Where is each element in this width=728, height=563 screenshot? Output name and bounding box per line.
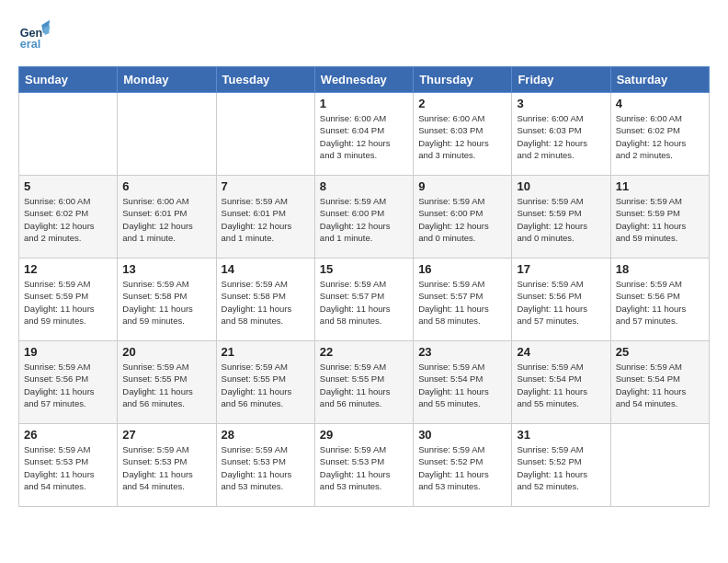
calendar-cell: 10Sunrise: 5:59 AM Sunset: 5:59 PM Dayli… xyxy=(512,176,610,259)
calendar-cell: 11Sunrise: 5:59 AM Sunset: 5:59 PM Dayli… xyxy=(610,176,709,259)
day-number: 21 xyxy=(222,345,310,359)
calendar-cell: 21Sunrise: 5:59 AM Sunset: 5:55 PM Dayli… xyxy=(216,341,314,424)
day-info: Sunrise: 5:59 AM Sunset: 5:52 PM Dayligh… xyxy=(418,443,506,492)
day-number: 31 xyxy=(517,428,605,442)
calendar-cell xyxy=(118,93,216,176)
calendar-cell: 24Sunrise: 5:59 AM Sunset: 5:54 PM Dayli… xyxy=(512,341,610,424)
day-info: Sunrise: 5:59 AM Sunset: 5:58 PM Dayligh… xyxy=(122,278,210,327)
calendar-week-row: 1Sunrise: 6:00 AM Sunset: 6:04 PM Daylig… xyxy=(19,93,710,176)
day-info: Sunrise: 5:59 AM Sunset: 5:59 PM Dayligh… xyxy=(24,278,112,327)
day-info: Sunrise: 5:59 AM Sunset: 5:53 PM Dayligh… xyxy=(24,443,112,492)
day-number: 28 xyxy=(222,428,310,442)
calendar-week-row: 12Sunrise: 5:59 AM Sunset: 5:59 PM Dayli… xyxy=(19,259,710,341)
day-info: Sunrise: 5:59 AM Sunset: 5:54 PM Dayligh… xyxy=(517,361,605,409)
column-header-monday: Monday xyxy=(118,67,216,93)
day-info: Sunrise: 5:59 AM Sunset: 5:54 PM Dayligh… xyxy=(616,361,704,409)
calendar-cell: 14Sunrise: 5:59 AM Sunset: 5:58 PM Dayli… xyxy=(216,259,314,341)
day-info: Sunrise: 6:00 AM Sunset: 6:03 PM Dayligh… xyxy=(418,112,506,161)
day-number: 16 xyxy=(418,262,506,276)
column-header-thursday: Thursday xyxy=(414,67,512,93)
calendar-cell: 15Sunrise: 5:59 AM Sunset: 5:57 PM Dayli… xyxy=(314,259,413,341)
day-number: 30 xyxy=(418,428,506,442)
day-info: Sunrise: 5:59 AM Sunset: 5:59 PM Dayligh… xyxy=(517,195,605,244)
day-number: 6 xyxy=(122,179,210,193)
calendar-cell: 16Sunrise: 5:59 AM Sunset: 5:57 PM Dayli… xyxy=(414,259,512,341)
column-header-tuesday: Tuesday xyxy=(216,67,314,93)
calendar-week-row: 19Sunrise: 5:59 AM Sunset: 5:56 PM Dayli… xyxy=(19,341,710,424)
day-info: Sunrise: 5:59 AM Sunset: 5:58 PM Dayligh… xyxy=(222,278,310,327)
day-info: Sunrise: 5:59 AM Sunset: 5:53 PM Dayligh… xyxy=(320,443,408,492)
calendar-cell: 9Sunrise: 5:59 AM Sunset: 6:00 PM Daylig… xyxy=(414,176,512,259)
day-info: Sunrise: 5:59 AM Sunset: 5:53 PM Dayligh… xyxy=(122,443,210,492)
calendar-cell: 13Sunrise: 5:59 AM Sunset: 5:58 PM Dayli… xyxy=(118,259,216,341)
day-number: 29 xyxy=(320,428,408,442)
day-number: 18 xyxy=(616,262,704,276)
calendar-cell: 22Sunrise: 5:59 AM Sunset: 5:55 PM Dayli… xyxy=(314,341,413,424)
day-number: 10 xyxy=(517,179,605,193)
day-number: 7 xyxy=(222,179,310,193)
day-number: 11 xyxy=(616,179,704,193)
calendar-cell: 28Sunrise: 5:59 AM Sunset: 5:53 PM Dayli… xyxy=(216,424,314,507)
day-number: 9 xyxy=(418,179,506,193)
calendar-cell: 7Sunrise: 5:59 AM Sunset: 6:01 PM Daylig… xyxy=(216,176,314,259)
calendar-week-row: 26Sunrise: 5:59 AM Sunset: 5:53 PM Dayli… xyxy=(19,424,710,507)
column-header-sunday: Sunday xyxy=(19,67,118,93)
day-number: 8 xyxy=(320,179,408,193)
day-number: 5 xyxy=(24,179,112,193)
day-info: Sunrise: 5:59 AM Sunset: 5:55 PM Dayligh… xyxy=(122,361,210,409)
day-info: Sunrise: 5:59 AM Sunset: 5:57 PM Dayligh… xyxy=(320,278,408,327)
calendar-cell: 20Sunrise: 5:59 AM Sunset: 5:55 PM Dayli… xyxy=(118,341,216,424)
calendar-cell: 26Sunrise: 5:59 AM Sunset: 5:53 PM Dayli… xyxy=(19,424,118,507)
day-number: 27 xyxy=(122,428,210,442)
day-number: 3 xyxy=(517,97,605,110)
calendar-cell: 4Sunrise: 6:00 AM Sunset: 6:02 PM Daylig… xyxy=(610,93,709,176)
day-number: 24 xyxy=(517,345,605,359)
day-number: 15 xyxy=(320,262,408,276)
day-info: Sunrise: 6:00 AM Sunset: 6:02 PM Dayligh… xyxy=(24,195,112,244)
day-number: 2 xyxy=(418,97,506,110)
day-number: 19 xyxy=(24,345,112,359)
day-number: 23 xyxy=(418,345,506,359)
day-info: Sunrise: 5:59 AM Sunset: 5:54 PM Dayligh… xyxy=(418,361,506,409)
calendar-cell xyxy=(19,93,118,176)
day-number: 4 xyxy=(616,97,704,110)
day-info: Sunrise: 5:59 AM Sunset: 5:52 PM Dayligh… xyxy=(517,443,605,492)
calendar-cell: 12Sunrise: 5:59 AM Sunset: 5:59 PM Dayli… xyxy=(19,259,118,341)
logo-icon: Gen eral xyxy=(18,18,51,52)
calendar-cell: 27Sunrise: 5:59 AM Sunset: 5:53 PM Dayli… xyxy=(118,424,216,507)
day-info: Sunrise: 5:59 AM Sunset: 6:00 PM Dayligh… xyxy=(418,195,506,244)
day-number: 25 xyxy=(616,345,704,359)
calendar-cell: 25Sunrise: 5:59 AM Sunset: 5:54 PM Dayli… xyxy=(610,341,709,424)
calendar-cell: 5Sunrise: 6:00 AM Sunset: 6:02 PM Daylig… xyxy=(19,176,118,259)
calendar-cell: 29Sunrise: 5:59 AM Sunset: 5:53 PM Dayli… xyxy=(314,424,413,507)
logo: Gen eral xyxy=(18,18,55,52)
day-info: Sunrise: 5:59 AM Sunset: 5:55 PM Dayligh… xyxy=(222,361,310,409)
calendar-cell xyxy=(610,424,709,507)
calendar-week-row: 5Sunrise: 6:00 AM Sunset: 6:02 PM Daylig… xyxy=(19,176,710,259)
day-number: 12 xyxy=(24,262,112,276)
day-number: 20 xyxy=(122,345,210,359)
calendar-cell: 19Sunrise: 5:59 AM Sunset: 5:56 PM Dayli… xyxy=(19,341,118,424)
day-info: Sunrise: 5:59 AM Sunset: 5:57 PM Dayligh… xyxy=(418,278,506,327)
calendar-cell: 3Sunrise: 6:00 AM Sunset: 6:03 PM Daylig… xyxy=(512,93,610,176)
day-info: Sunrise: 6:00 AM Sunset: 6:03 PM Dayligh… xyxy=(517,112,605,161)
day-info: Sunrise: 6:00 AM Sunset: 6:04 PM Dayligh… xyxy=(320,112,408,161)
day-info: Sunrise: 6:00 AM Sunset: 6:01 PM Dayligh… xyxy=(122,195,210,244)
calendar-cell xyxy=(216,93,314,176)
day-info: Sunrise: 5:59 AM Sunset: 5:53 PM Dayligh… xyxy=(222,443,310,492)
day-number: 1 xyxy=(320,97,408,110)
calendar-cell: 17Sunrise: 5:59 AM Sunset: 5:56 PM Dayli… xyxy=(512,259,610,341)
page-header: Gen eral xyxy=(18,18,710,52)
calendar-cell: 6Sunrise: 6:00 AM Sunset: 6:01 PM Daylig… xyxy=(118,176,216,259)
day-info: Sunrise: 5:59 AM Sunset: 5:59 PM Dayligh… xyxy=(616,195,704,244)
day-number: 26 xyxy=(24,428,112,442)
column-header-friday: Friday xyxy=(512,67,610,93)
day-number: 13 xyxy=(122,262,210,276)
calendar-cell: 18Sunrise: 5:59 AM Sunset: 5:56 PM Dayli… xyxy=(610,259,709,341)
column-header-wednesday: Wednesday xyxy=(314,67,413,93)
day-info: Sunrise: 5:59 AM Sunset: 5:55 PM Dayligh… xyxy=(320,361,408,409)
day-info: Sunrise: 5:59 AM Sunset: 5:56 PM Dayligh… xyxy=(517,278,605,327)
day-info: Sunrise: 5:59 AM Sunset: 6:00 PM Dayligh… xyxy=(320,195,408,244)
calendar-cell: 1Sunrise: 6:00 AM Sunset: 6:04 PM Daylig… xyxy=(314,93,413,176)
calendar-cell: 8Sunrise: 5:59 AM Sunset: 6:00 PM Daylig… xyxy=(314,176,413,259)
